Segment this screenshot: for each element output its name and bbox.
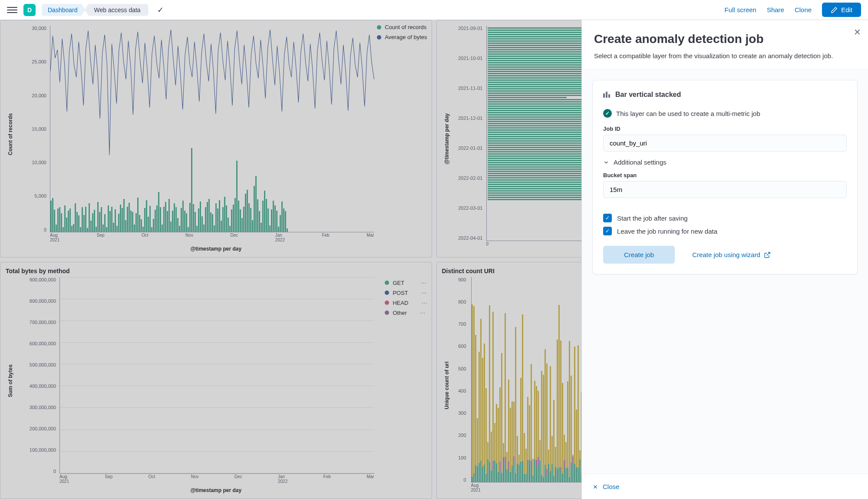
status-text: This layer can be used to create a multi… — [616, 110, 760, 117]
edit-button[interactable]: Edit — [822, 3, 861, 17]
additional-settings-toggle[interactable]: Additional settings — [603, 159, 847, 166]
share-button[interactable]: Share — [767, 6, 784, 13]
bar-chart-icon — [603, 92, 610, 98]
checkbox-label: Start the job after saving — [617, 215, 688, 222]
layer-card: Bar vertical stacked ✓ This layer can be… — [592, 80, 858, 274]
chart-canvas — [59, 277, 374, 474]
flyout-title: Create anomaly detection job — [594, 32, 856, 46]
breadcrumb-web-access-data[interactable]: Web access data — [85, 4, 149, 16]
job-id-input[interactable] — [603, 135, 847, 152]
close-icon[interactable]: ✕ — [854, 27, 861, 37]
svg-line-17 — [767, 252, 770, 255]
chart-area[interactable]: 900,000,000800,000,000700,000,000600,000… — [15, 277, 426, 485]
saved-check-icon[interactable]: ✓ — [157, 5, 164, 15]
checkbox-checked-icon: ✓ — [603, 214, 612, 222]
clone-button[interactable]: Clone — [795, 6, 812, 13]
app-header: D Dashboard Web access data ✓ Full scree… — [0, 0, 868, 20]
close-label: Close — [603, 483, 619, 490]
flyout-body: Bar vertical stacked ✓ This layer can be… — [582, 69, 868, 474]
breadcrumb: Dashboard Web access data — [42, 4, 149, 16]
accordion-label: Additional settings — [614, 159, 667, 166]
x-icon — [592, 484, 598, 490]
status-line: ✓ This layer can be used to create a mul… — [603, 109, 847, 118]
chevron-down-icon — [603, 159, 609, 165]
bucket-span-label: Bucket span — [603, 172, 847, 178]
checkbox-label: Leave the job running for new data — [617, 228, 717, 235]
chart-area[interactable]: 30,00025,00020,00015,00010,0005,0000 Aug… — [15, 26, 426, 243]
panel-total-bytes-by-method: Total bytes by method GET⋯ POST⋯ HEAD⋯ O… — [0, 262, 432, 499]
flyout-subtitle: Select a compatible layer from the visua… — [594, 52, 856, 59]
x-ticks: Aug2021SepOctNovDecJan2022FebMar — [59, 474, 374, 485]
close-button[interactable]: Close — [592, 483, 858, 490]
y-axis-label: @timestamp per day — [442, 26, 452, 252]
header-actions: Full screen Share Clone Edit — [725, 3, 861, 17]
menu-icon[interactable] — [7, 5, 17, 15]
create-job-wizard-link[interactable]: Create job using wizard — [692, 251, 771, 258]
card-header: Bar vertical stacked — [603, 91, 847, 99]
create-job-button[interactable]: Create job — [603, 246, 675, 264]
flyout-header: ✕ Create anomaly detection job Select a … — [582, 20, 868, 69]
x-ticks: Aug2021SepOctNovDecJan2022FebMar — [50, 233, 374, 243]
edit-button-label: Edit — [841, 6, 852, 13]
leave-running-checkbox[interactable]: ✓ Leave the job running for new data — [603, 227, 847, 235]
y-ticks: 30,00025,00020,00015,00010,0005,0000 — [15, 26, 49, 232]
chart-canvas — [50, 26, 374, 232]
check-circle-icon: ✓ — [603, 109, 612, 118]
breadcrumb-dashboard[interactable]: Dashboard — [42, 4, 86, 16]
flyout-footer: Close — [582, 474, 868, 499]
create-anomaly-job-flyout: ✕ Create anomaly detection job Select a … — [581, 20, 868, 499]
y-axis-label: Count of records — [6, 26, 15, 243]
bucket-span-input[interactable] — [603, 181, 847, 198]
full-screen-button[interactable]: Full screen — [725, 6, 756, 13]
checkbox-checked-icon: ✓ — [603, 227, 612, 235]
start-after-save-checkbox[interactable]: ✓ Start the job after saving — [603, 214, 847, 222]
y-ticks: 900,000,000800,000,000700,000,000600,000… — [15, 277, 59, 474]
y-ticks: 2021-09-012021-10-012021-11-012021-12-01… — [452, 26, 485, 241]
wizard-link-label: Create job using wizard — [692, 251, 760, 258]
app-badge[interactable]: D — [23, 4, 36, 16]
pencil-icon — [831, 7, 838, 13]
panel-title: Total bytes by method — [6, 268, 426, 274]
y-axis-label: Unique count of uri — [442, 277, 452, 494]
card-actions: Create job Create job using wizard — [603, 246, 847, 264]
y-axis-label: Sum of bytes — [6, 277, 15, 485]
popout-icon — [764, 251, 771, 258]
card-title: Bar vertical stacked — [615, 91, 681, 99]
y-ticks: 9008007006005004003002001000 — [452, 277, 469, 483]
job-id-label: Job ID — [603, 126, 847, 132]
panel-count-records: Count of records Average of bytes Count … — [0, 20, 432, 258]
